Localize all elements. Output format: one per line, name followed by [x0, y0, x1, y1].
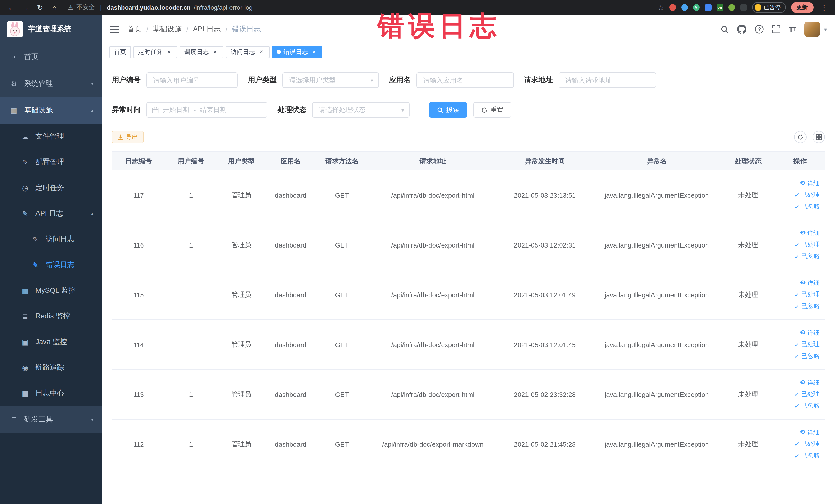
sidebar-item-java[interactable]: ▣Java 监控 [0, 329, 102, 355]
sidebar-item-error-log[interactable]: ✎错误日志 [0, 252, 102, 278]
profile-chip[interactable]: 已暂停 [752, 2, 786, 13]
action-ignore[interactable]: ✓已忽略 [778, 401, 820, 411]
action-ignore[interactable]: ✓已忽略 [778, 202, 820, 211]
table-toolbar: 导出 [112, 131, 825, 143]
sidebar-item-infra[interactable]: ▥基础设施▴ [0, 97, 102, 124]
tab-1[interactable]: 定时任务× [134, 46, 177, 58]
update-button[interactable]: 更新 [791, 2, 813, 13]
reload-icon[interactable]: ↻ [34, 1, 46, 14]
action-detail[interactable]: 详细 [778, 228, 820, 238]
breadcrumb-item[interactable]: 基础设施 [153, 25, 182, 34]
user-type-select[interactable]: 请选择用户类型 ▾ [282, 73, 379, 88]
request-url-input[interactable] [558, 73, 656, 88]
sidebar-item-system[interactable]: ⚙系统管理▾ [0, 70, 102, 97]
cell-exception: java.lang.IllegalArgumentException [593, 320, 721, 369]
search-icon[interactable] [720, 25, 729, 34]
water-drop-icon[interactable] [681, 4, 688, 11]
bookmark-star-icon[interactable]: ☆ [658, 3, 664, 12]
sidebar-item-file[interactable]: ☁文件管理 [0, 124, 102, 149]
back-icon[interactable]: ← [5, 1, 18, 14]
github-icon[interactable] [737, 25, 747, 34]
action-processed[interactable]: ✓已处理 [778, 240, 820, 249]
column-header-9: 操作 [775, 152, 825, 170]
cell-id: 112 [112, 419, 165, 469]
cell-actions: 详细✓已处理✓已忽略 [775, 220, 825, 270]
sidebar-item-mysql[interactable]: ▦MySQL 监控 [0, 278, 102, 303]
tab-4[interactable]: 错误日志× [272, 46, 322, 58]
cell-user_type: 管理员 [217, 220, 266, 270]
cell-url: /api/infra/db-doc/export-html [369, 320, 497, 369]
vue-devtools-icon[interactable]: V [693, 4, 699, 11]
tab-0[interactable]: 首页 [109, 46, 131, 58]
action-detail[interactable]: 详细 [778, 278, 820, 287]
tab-2[interactable]: 调度日志× [180, 46, 223, 58]
sidebar-item-api-log[interactable]: ✎API 日志▴ [0, 201, 102, 226]
refresh-table-icon[interactable] [794, 131, 806, 143]
action-detail[interactable]: 详细 [778, 428, 820, 437]
app-name-input[interactable] [416, 73, 514, 88]
action-processed[interactable]: ✓已处理 [778, 339, 820, 349]
action-detail[interactable]: 详细 [778, 179, 820, 188]
action-ignore[interactable]: ✓已忽略 [778, 451, 820, 461]
action-processed[interactable]: ✓已处理 [778, 389, 820, 399]
cell-time: 2021-05-03 12:01:45 [497, 320, 592, 369]
sprout-icon[interactable] [728, 4, 735, 11]
browser-menu-icon[interactable]: ⋮ [819, 3, 830, 12]
logo[interactable]: 芋道管理系统 [0, 15, 102, 44]
action-detail[interactable]: 详细 [778, 328, 820, 337]
help-icon[interactable]: ? [755, 25, 764, 34]
tab-3[interactable]: 访问日志× [226, 46, 269, 58]
tab-close-icon[interactable]: × [211, 48, 219, 56]
action-ignore[interactable]: ✓已忽略 [778, 351, 820, 361]
on-switch-icon[interactable]: on [716, 4, 723, 11]
user-type-label: 用户类型 [248, 76, 277, 85]
action-detail[interactable]: 详细 [778, 378, 820, 387]
breadcrumb-item: 错误日志 [232, 25, 261, 34]
column-settings-icon[interactable] [812, 131, 825, 143]
breadcrumb-item[interactable]: 首页 [127, 25, 142, 34]
breadcrumb-item[interactable]: API 日志 [193, 25, 221, 34]
check-icon: ✓ [794, 240, 799, 249]
reset-button[interactable]: 重置 [473, 102, 511, 118]
caret-down-icon[interactable]: ▾ [824, 26, 827, 32]
pickaxe-icon[interactable] [740, 4, 747, 11]
cell-user_id: 1 [165, 220, 217, 270]
sidebar-item-log-center[interactable]: ▤日志中心 [0, 381, 102, 406]
date-range-picker[interactable]: 开始日期 - 结束日期 [146, 102, 267, 118]
font-size-icon[interactable]: TT [789, 25, 796, 33]
address-bar[interactable]: ⚠ 不安全 | dashboard.yudao.iocoder.cn/infra… [68, 3, 656, 12]
tab-close-icon[interactable]: × [258, 48, 265, 56]
cell-time: 2021-05-03 23:13:51 [497, 170, 592, 220]
adblock-icon[interactable] [669, 4, 676, 11]
home-icon[interactable]: ⌂ [48, 1, 61, 14]
column-header-4: 请求方法名 [315, 152, 369, 170]
avatar[interactable] [805, 22, 820, 37]
tab-close-icon[interactable]: × [311, 48, 318, 56]
action-processed[interactable]: ✓已处理 [778, 289, 820, 299]
process-status-select[interactable]: 请选择处理状态 ▾ [312, 102, 410, 118]
hamburger-icon[interactable] [110, 25, 119, 33]
sidebar-item-job[interactable]: ◷定时任务 [0, 175, 102, 201]
fullscreen-icon[interactable] [772, 25, 780, 33]
tiles-icon[interactable] [705, 4, 711, 11]
warning-icon: ⚠ [68, 4, 74, 11]
sidebar-item-tracer[interactable]: ◉链路追踪 [0, 355, 102, 381]
search-button[interactable]: 搜索 [429, 102, 467, 118]
user-id-input[interactable] [146, 73, 238, 88]
tab-label: 首页 [114, 47, 126, 56]
sidebar-item-home[interactable]: ◔首页 [0, 44, 102, 70]
sidebar-item-access-log[interactable]: ✎访问日志 [0, 226, 102, 252]
action-processed[interactable]: ✓已处理 [778, 190, 820, 200]
action-processed[interactable]: ✓已处理 [778, 439, 820, 449]
export-button[interactable]: 导出 [112, 131, 144, 143]
cell-status: 未处理 [721, 419, 775, 469]
forward-icon[interactable]: → [20, 1, 32, 14]
sidebar-item-dev-tools[interactable]: ⊞研发工具▾ [0, 406, 102, 433]
action-ignore[interactable]: ✓已忽略 [778, 251, 820, 261]
cell-url: /api/infra/db-doc/export-html [369, 170, 497, 220]
sidebar-item-config[interactable]: ✎配置管理 [0, 149, 102, 175]
action-ignore[interactable]: ✓已忽略 [778, 301, 820, 311]
sidebar-item-redis[interactable]: ≣Redis 监控 [0, 303, 102, 329]
action-label: 详细 [807, 180, 820, 187]
tab-close-icon[interactable]: × [165, 48, 172, 56]
